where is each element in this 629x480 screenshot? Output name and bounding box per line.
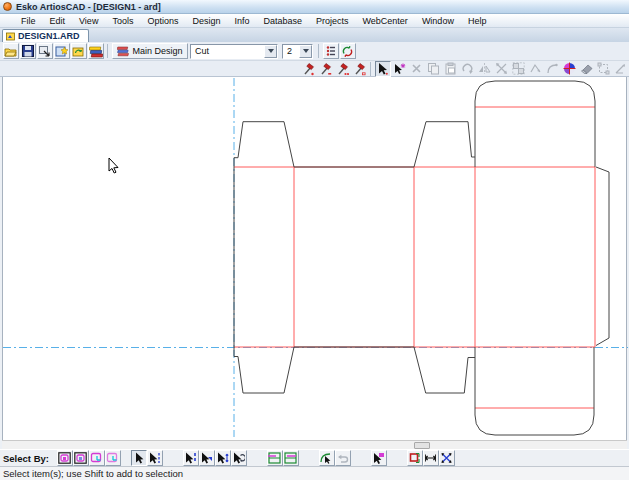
slope-icon <box>614 62 627 75</box>
select-by-box-alt-icon <box>74 452 87 464</box>
select-corner-button[interactable] <box>199 450 215 466</box>
select-by-box-button[interactable] <box>57 450 73 466</box>
catalog-button[interactable] <box>88 43 104 59</box>
select-by-toolbar: Select By: <box>0 449 629 466</box>
toolbar-separator <box>318 44 319 58</box>
rebuild-design-button[interactable] <box>71 43 87 59</box>
cut-bottom-flap-2 <box>414 347 475 393</box>
cut-glue-strip <box>596 167 609 346</box>
cut-lid-bottom <box>475 347 594 435</box>
arc-icon <box>546 62 559 75</box>
select-width-icon <box>424 452 437 464</box>
select-by-shape-alt-button[interactable] <box>105 450 121 466</box>
select-by-shape-button[interactable] <box>89 450 105 466</box>
hammer-tool-2-button[interactable] <box>317 61 333 77</box>
open-button[interactable] <box>3 43 19 59</box>
select-diagonal-button[interactable] <box>439 450 455 466</box>
horizontal-scrollbar[interactable] <box>2 440 627 449</box>
group-button[interactable] <box>511 61 527 77</box>
select-by-box-alt-button[interactable] <box>73 450 89 466</box>
refresh-line-types-icon <box>341 45 354 58</box>
sequence-button[interactable] <box>528 61 544 77</box>
select-tool-button[interactable] <box>375 61 391 77</box>
edit-toolbar <box>0 61 629 77</box>
menu-design[interactable]: Design <box>185 16 227 26</box>
slope-button[interactable] <box>613 61 629 77</box>
select-table-alt-button[interactable] <box>283 450 299 466</box>
select-by-label: Select By: <box>3 453 49 464</box>
select-width-button[interactable] <box>423 450 439 466</box>
menu-edit[interactable]: Edit <box>43 16 73 26</box>
select-arrow-line-button[interactable] <box>147 450 163 466</box>
select-corner-icon <box>200 452 213 464</box>
cut-top-flap-2 <box>414 122 475 167</box>
hammer-tool-1-button[interactable] <box>300 61 316 77</box>
drawing-canvas[interactable] <box>2 77 627 440</box>
pointage-list-icon <box>326 45 336 57</box>
select-arrow-line-icon <box>148 452 161 464</box>
dieline-svg <box>3 77 628 440</box>
eraser-button[interactable] <box>579 61 595 77</box>
cut-lid-top <box>475 81 595 167</box>
refresh-line-types-button[interactable] <box>340 43 356 59</box>
select-table-alt-icon <box>284 452 297 464</box>
rotate-button[interactable] <box>460 61 476 77</box>
paste-button[interactable] <box>443 61 459 77</box>
chevron-down-icon[interactable] <box>299 45 312 58</box>
line-type-value: Cut <box>191 46 264 56</box>
select-arrow-button[interactable] <box>131 450 147 466</box>
menu-options[interactable]: Options <box>140 16 185 26</box>
menu-info[interactable]: Info <box>227 16 256 26</box>
menu-webcenter[interactable]: WebCenter <box>356 16 415 26</box>
window-title: Esko ArtiosCAD - [DESIGN1 - ard] <box>16 2 161 12</box>
select-curve-button[interactable] <box>319 450 335 466</box>
new-from-template-button[interactable] <box>54 43 70 59</box>
tab-design1[interactable]: DESIGN1.ARD <box>2 29 89 42</box>
mirror-button[interactable] <box>477 61 493 77</box>
transform-button[interactable] <box>596 61 612 77</box>
select-undo-button[interactable] <box>335 450 351 466</box>
pointage-combobox[interactable]: 2 <box>282 44 313 59</box>
hammer-icon <box>352 62 366 76</box>
tab-label: DESIGN1.ARD <box>18 31 80 41</box>
print-button[interactable] <box>37 43 53 59</box>
resize-button[interactable] <box>494 61 510 77</box>
menu-projects[interactable]: Projects <box>309 16 356 26</box>
arc-button[interactable] <box>545 61 561 77</box>
new-from-template-icon <box>55 45 68 58</box>
save-button[interactable] <box>20 43 36 59</box>
open-icon <box>4 45 17 58</box>
main-toolbar: Main Design Cut 2 <box>0 42 629 61</box>
menu-window[interactable]: Window <box>415 16 461 26</box>
sequence-icon <box>529 62 542 75</box>
menu-file[interactable]: File <box>14 16 43 26</box>
line-type-combobox[interactable]: Cut <box>190 44 278 59</box>
menu-tools[interactable]: Tools <box>105 16 140 26</box>
select-special-button[interactable] <box>392 61 408 77</box>
select-dash-button[interactable] <box>183 450 199 466</box>
select-updown-button[interactable] <box>215 450 231 466</box>
main-design-button[interactable]: Main Design <box>112 43 188 59</box>
paste-icon <box>444 62 457 75</box>
menu-help[interactable]: Help <box>461 16 494 26</box>
select-table-button[interactable] <box>267 450 283 466</box>
pointage-list-button[interactable] <box>323 43 339 59</box>
select-rotate-button[interactable] <box>231 450 247 466</box>
resize-icon <box>495 62 508 75</box>
menu-database[interactable]: Database <box>256 16 309 26</box>
copy-button[interactable] <box>426 61 442 77</box>
chevron-down-icon[interactable] <box>264 45 277 58</box>
color-wheel-button[interactable] <box>562 61 578 77</box>
hammer-tool-3-button[interactable] <box>334 61 350 77</box>
select-flag-button[interactable] <box>371 450 387 466</box>
delete-button[interactable] <box>409 61 425 77</box>
menu-bar: File Edit View Tools Options Design Info… <box>0 14 629 28</box>
hammer-tool-4-button[interactable] <box>351 61 367 77</box>
scrollbar-thumb[interactable] <box>414 442 430 449</box>
select-rotate-icon <box>232 452 245 464</box>
select-frame-button[interactable] <box>407 450 423 466</box>
select-undo-icon <box>336 452 349 464</box>
esko-logo-icon <box>3 2 12 11</box>
artioscad-window: Esko ArtiosCAD - [DESIGN1 - ard] File Ed… <box>0 0 629 480</box>
menu-view[interactable]: View <box>72 16 105 26</box>
